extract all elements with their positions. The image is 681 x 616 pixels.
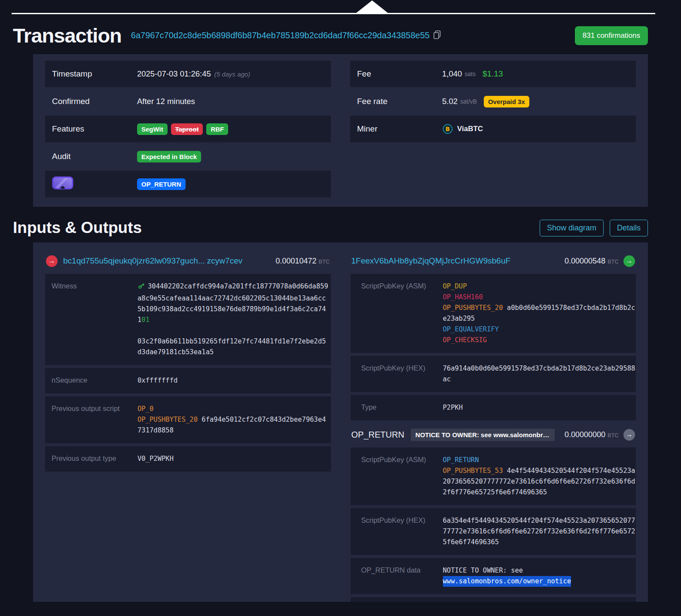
timestamp-value: 2025-07-03 01:26:45 xyxy=(137,69,211,79)
goggles-row: OP_RETURN xyxy=(45,171,331,197)
fee-rate-value: 5.02 xyxy=(442,97,458,106)
input-amount: 0.00010472 xyxy=(275,257,316,265)
output2-hex-row: ScriptPubKey (HEX) 6a354e4f5449434520544… xyxy=(351,508,636,555)
output1-arrow-icon[interactable]: → xyxy=(623,255,635,267)
audit-row: Audit Expected in Block xyxy=(45,143,331,170)
prev-output-type-label: Previous output type xyxy=(45,454,137,464)
output2-hex-value: 6a354e4f5449434520544f204f574e45523a2073… xyxy=(443,515,638,548)
op-return-notice-pill: NOTICE TO OWNER: see www.salomonbros.co.… xyxy=(411,429,555,441)
svg-text:B: B xyxy=(446,126,450,132)
top-divider xyxy=(12,13,655,14)
output1-asm-value: OP_DUPOP_HASH160OP_PUSHBYTES_20 a0b0d60e… xyxy=(443,281,638,346)
input-address-link[interactable]: bc1qd755u5qjeukq0jzr62lw0937guch... zcyw… xyxy=(63,256,242,266)
key-icon xyxy=(137,282,145,293)
io-header: Inputs & Outputs Show diagram Details xyxy=(13,219,648,237)
outputs-column: 1FeexV6bAHb8ybZjqQMjJrcCrHGW9sb6uF 0.000… xyxy=(351,251,636,602)
show-diagram-button[interactable]: Show diagram xyxy=(540,220,604,236)
timestamp-ago: (5 days ago) xyxy=(214,70,250,78)
output-row-2: OP_RETURN NOTICE TO OWNER: see www.salom… xyxy=(351,427,635,442)
op-return-badge: OP_RETURN xyxy=(137,178,186,190)
miner-row: Miner B ViaBTC xyxy=(350,116,636,142)
blocks-pointer xyxy=(0,0,681,14)
op-return-data-label: OP_RETURN data xyxy=(351,565,443,587)
prev-output-script-label: Previous output script xyxy=(45,404,137,436)
output1-type-value: P2PKH xyxy=(443,402,638,413)
summary-table-left: Timestamp 2025-07-03 01:26:45 (5 days ag… xyxy=(45,61,331,198)
witness-value: 304402202caffdc994a7a201ffc18777078a0d66… xyxy=(137,282,328,356)
confirmations-badge[interactable]: 831 confirmations xyxy=(575,26,648,45)
output1-asm-row: ScriptPubKey (ASM) OP_DUPOP_HASH160OP_PU… xyxy=(351,274,636,353)
io-heading: Inputs & Outputs xyxy=(13,219,142,237)
summary-table-right: Fee 1,040 sats $1.13 Fee rate 5.02 sat/v… xyxy=(350,61,636,198)
fee-value: 1,040 xyxy=(442,69,462,79)
block-caret-icon xyxy=(356,0,388,13)
output2-asm-row: ScriptPubKey (ASM) OP_RETURNOP_PUSHBYTES… xyxy=(351,447,636,505)
transaction-summary-panel: Timestamp 2025-07-03 01:26:45 (5 days ag… xyxy=(33,54,648,207)
features-row: Features SegWit Taproot RBF xyxy=(45,116,331,142)
op-return-title: OP_RETURN xyxy=(351,430,404,440)
output2-type-row: Type OP_RETURN xyxy=(351,597,636,602)
prev-output-type-row: Previous output type V0_P2WPKH xyxy=(45,446,331,472)
input-amount-unit: BTC xyxy=(319,258,330,265)
fee-label: Fee xyxy=(357,69,442,79)
nsequence-label: nSequence xyxy=(45,375,137,386)
witness-row: Witness 304402202caffdc994a7a201ffc18777… xyxy=(45,274,331,365)
miner-link[interactable]: B ViaBTC xyxy=(442,123,483,135)
output2-amount-unit: BTC xyxy=(608,432,619,438)
nsequence-row: nSequence 0xfffffffd xyxy=(45,368,331,393)
audit-label: Audit xyxy=(52,152,137,161)
features-label: Features xyxy=(52,124,137,134)
timestamp-label: Timestamp xyxy=(52,69,137,79)
op-return-data-row: OP_RETURN data NOTICE TO OWNER: see www.… xyxy=(351,558,636,594)
confirmed-row: Confirmed After 12 minutes xyxy=(45,88,331,115)
input-arrow-icon[interactable]: → xyxy=(46,255,58,267)
taproot-badge: Taproot xyxy=(171,123,203,135)
timestamp-row: Timestamp 2025-07-03 01:26:45 (5 days ag… xyxy=(45,61,331,87)
output2-arrow-icon[interactable]: → xyxy=(623,429,635,441)
output1-hex-label: ScriptPubKey (HEX) xyxy=(351,363,443,385)
fee-row: Fee 1,040 sats $1.13 xyxy=(350,61,636,87)
copy-icon[interactable] xyxy=(434,31,441,41)
op-return-data-value: NOTICE TO OWNER: see www.salomonbros.com… xyxy=(443,565,638,587)
output1-asm-label: ScriptPubKey (ASM) xyxy=(351,281,443,346)
fee-fiat: $1.13 xyxy=(483,69,503,79)
fee-unit: sats xyxy=(464,70,476,77)
prev-output-script-row: Previous output script OP_0OP_PUSHBYTES_… xyxy=(45,396,331,443)
segwit-badge: SegWit xyxy=(137,123,168,135)
output1-hex-value: 76a914a0b0d60e5991578ed37cbda2b17d8b2ce2… xyxy=(443,363,638,385)
output-address-link[interactable]: 1FeexV6bAHb8ybZjqQMjJrcCrHGW9sb6uF xyxy=(351,256,511,266)
output1-type-row: Type P2PKH xyxy=(351,395,636,420)
output1-amount: 0.00000548 xyxy=(565,257,605,265)
witness-label: Witness xyxy=(45,281,137,358)
details-button[interactable]: Details xyxy=(610,220,648,236)
input-row: → bc1qd755u5qjeukq0jzr62lw0937guch... zc… xyxy=(46,254,330,268)
fee-rate-row: Fee rate 5.02 sat/vB Overpaid 3x xyxy=(350,88,636,115)
output-row-1: 1FeexV6bAHb8ybZjqQMjJrcCrHGW9sb6uF 0.000… xyxy=(351,254,635,268)
output1-hex-row: ScriptPubKey (HEX) 76a914a0b0d60e5991578… xyxy=(351,356,636,392)
txid-link[interactable]: 6a7967c70d2c8de5b6898df6b87b4eb785189b2c… xyxy=(131,31,430,40)
io-panel: → bc1qd755u5qjeukq0jzr62lw0937guch... zc… xyxy=(33,242,648,602)
output2-asm-value: OP_RETURNOP_PUSHBYTES_53 4e4f54494345205… xyxy=(443,455,638,498)
inputs-column: → bc1qd755u5qjeukq0jzr62lw0937guch... zc… xyxy=(45,251,331,475)
output2-amount: 0.00000000 xyxy=(565,430,605,439)
fee-rate-label: Fee rate xyxy=(357,97,442,106)
prev-output-type-value: V0_P2WPKH xyxy=(137,454,329,464)
page-header: Transaction 6a7967c70d2c8de5b6898df6b87b… xyxy=(13,24,648,47)
rbf-badge: RBF xyxy=(206,123,228,135)
overpaid-badge: Overpaid 3x xyxy=(484,96,529,107)
confirmed-label: Confirmed xyxy=(52,97,137,106)
miner-label: Miner xyxy=(357,124,442,134)
output2-hex-label: ScriptPubKey (HEX) xyxy=(351,515,443,548)
output1-type-label: Type xyxy=(351,402,443,413)
audit-badge: Expected in Block xyxy=(137,151,201,162)
viabtc-logo-icon: B xyxy=(442,123,453,135)
page-title: Transaction xyxy=(13,24,122,47)
nsequence-value: 0xfffffffd xyxy=(137,375,329,386)
output1-amount-unit: BTC xyxy=(608,258,619,265)
miner-name: ViaBTC xyxy=(457,125,483,133)
goggles-preview-icon[interactable] xyxy=(52,176,73,190)
output2-asm-label: ScriptPubKey (ASM) xyxy=(351,455,443,498)
prev-output-script-value: OP_0OP_PUSHBYTES_20 6fa94e5012cf2c07c843… xyxy=(137,404,329,436)
confirmed-value: After 12 minutes xyxy=(137,97,195,106)
fee-rate-unit: sat/vB xyxy=(460,98,477,105)
